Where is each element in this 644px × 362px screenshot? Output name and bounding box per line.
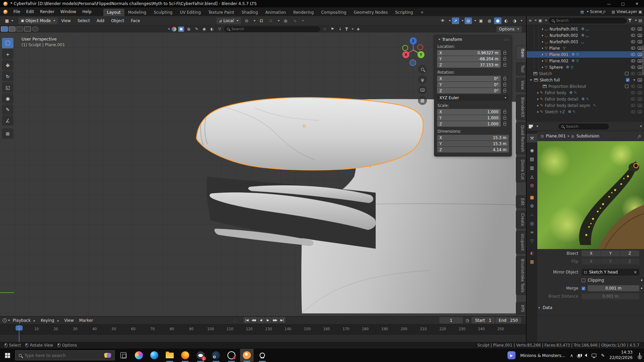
properties-search-box[interactable] <box>558 124 609 129</box>
frame-start-field[interactable]: Start 1 <box>472 317 494 323</box>
outliner-row[interactable]: ◡NurbsPath.002⚙◡ <box>527 32 644 39</box>
workspace-tab-shading[interactable]: Shading <box>238 9 262 16</box>
tab-ucupaint[interactable]: Ucupaint <box>516 231 526 253</box>
outliner-row-selected[interactable]: ▽Plane.001⚙▽ <box>527 51 644 58</box>
hide-eye-icon[interactable] <box>631 59 635 62</box>
kit-brushes-icon[interactable]: ✎ <box>194 26 200 32</box>
decorator-dot[interactable] <box>641 288 642 289</box>
assetbar-collapse-chevron[interactable] <box>168 28 170 30</box>
tab-scene-properties[interactable]: ◬ <box>527 172 537 181</box>
select-mode-tweak[interactable] <box>1 26 8 32</box>
frame-end-field[interactable]: End 250 <box>495 317 521 323</box>
hide-eye-icon[interactable] <box>631 98 635 101</box>
shading-wireframe-icon[interactable]: ◍ <box>486 17 493 24</box>
workspace-tab-geometry-nodes[interactable]: Geometry Nodes <box>350 9 391 16</box>
kit-scenes-icon[interactable]: ◉ <box>201 26 207 32</box>
rotation-y-field[interactable]: Y0° <box>437 82 501 87</box>
show-overlays-toggle[interactable]: ◎ <box>465 17 472 24</box>
select-mode-circle[interactable] <box>16 26 23 32</box>
lock-icon[interactable] <box>503 111 506 114</box>
tool-transform[interactable]: ◉ <box>2 93 13 104</box>
pin-scene-icon[interactable] <box>603 10 606 13</box>
timeline-menu-playback[interactable]: Playback <box>10 317 38 323</box>
render-camera-icon[interactable] <box>638 34 642 37</box>
data-panel-row[interactable]: Data <box>537 304 644 311</box>
media-player-icon[interactable]: ▶ <box>507 351 516 359</box>
snap-magnet-icon[interactable]: Ω <box>258 17 265 24</box>
rotation-mode-dropdown[interactable]: XYZ Euler <box>437 95 509 101</box>
location-y-field[interactable]: Y-68.204 m <box>437 56 501 62</box>
app-copilot[interactable] <box>132 349 146 362</box>
app-edge[interactable] <box>148 349 161 362</box>
outliner-row[interactable]: ▽Plane.002⚙▽ <box>527 58 644 64</box>
scene-name[interactable]: Scene <box>590 9 602 14</box>
tool-scale[interactable]: ◱ <box>2 82 13 93</box>
dimensions-y-field[interactable]: Y15.3 m <box>437 141 509 146</box>
clipping-checkbox[interactable] <box>582 279 585 282</box>
render-camera-icon[interactable] <box>638 47 642 50</box>
timeline-editor-icon[interactable] <box>3 318 7 322</box>
location-x-field[interactable]: X0.96327 m <box>437 50 501 56</box>
scene-browse-icon[interactable]: ▤ <box>580 10 584 14</box>
filter-funnel-icon[interactable] <box>345 27 348 31</box>
outliner-row[interactable]: Sketch <box>527 70 644 77</box>
outliner-filter-icon[interactable] <box>628 19 632 22</box>
outliner-row[interactable]: ✎Sketch +Z⚙✎ <box>527 109 644 115</box>
view-layer-icon[interactable]: ▥ <box>611 10 615 14</box>
properties-search-input[interactable] <box>566 124 606 129</box>
workspace-tab-modeling[interactable]: Modeling <box>124 9 150 16</box>
decorator-dot[interactable] <box>641 280 642 281</box>
menu-help[interactable]: Help <box>79 8 94 15</box>
timeline-ruler[interactable]: 1 10203040506070809010011012013014015016… <box>0 324 526 335</box>
outliner-row[interactable]: Proportion Blockout <box>527 83 644 89</box>
view-layer-name[interactable]: ViewLayer <box>616 9 637 14</box>
render-camera-icon[interactable] <box>638 59 642 62</box>
media-title[interactable]: Minions & Monsters... <box>520 353 565 358</box>
bisect-x-button[interactable]: X <box>582 250 601 256</box>
tool-measure[interactable]: ∠ <box>2 115 13 126</box>
start-button[interactable] <box>5 353 10 358</box>
hide-eye-icon[interactable] <box>631 72 635 75</box>
workspace-tab-animation[interactable]: Animation <box>262 9 289 16</box>
outliner-row[interactable]: ◡NurbsPath.003◡ <box>527 39 644 45</box>
tool-move[interactable]: ↔↕ <box>2 60 13 70</box>
render-camera-icon[interactable] <box>638 78 642 81</box>
app-pureref[interactable] <box>256 349 269 362</box>
hide-eye-icon[interactable] <box>631 34 635 37</box>
mirror-object-field[interactable]: ⊡ Sketch Y head × <box>582 269 639 276</box>
location-z-field[interactable]: Z37.153 m <box>437 62 501 68</box>
render-camera-icon[interactable] <box>638 66 642 69</box>
outliner-scrollbar[interactable] <box>642 45 644 75</box>
object-visibility-dropdown[interactable]: 👁 <box>439 17 446 24</box>
notification-center[interactable]: 1 <box>639 353 640 358</box>
hide-eye-icon[interactable] <box>631 47 635 50</box>
tab-material-properties[interactable]: ◐ <box>527 248 537 257</box>
workspace-tab-compositing[interactable]: Compositing <box>317 9 350 16</box>
timeline-menu-keying[interactable]: Keying <box>38 317 61 323</box>
taskbar-search-box[interactable] <box>15 350 115 360</box>
kit-dots-icon[interactable]: ∷ <box>322 26 328 32</box>
panel-collapse-chevron[interactable] <box>438 39 440 40</box>
tab-divine-cut[interactable]: Divine Cut <box>516 157 526 182</box>
breadcrumb-modifier[interactable]: Subdivision <box>576 134 599 138</box>
snap-target-dropdown[interactable]: ∷ <box>267 17 274 24</box>
hide-eye-icon[interactable] <box>631 40 635 43</box>
shading-material-icon[interactable]: ◐ <box>502 17 510 24</box>
workspace-tab-texture-paint[interactable]: Texture Paint <box>205 9 238 16</box>
app-firefox[interactable] <box>178 349 192 362</box>
navigation-gizmo[interactable]: Z X Y <box>401 36 426 67</box>
app-steam[interactable] <box>209 349 223 362</box>
verified-badge-icon[interactable]: ◈ <box>355 26 361 32</box>
tab-item[interactable]: Item <box>516 46 526 60</box>
close-button[interactable]: ✕ <box>630 0 644 7</box>
taskbar-search-input[interactable] <box>24 353 92 358</box>
scale-x-field[interactable]: X1.000 <box>437 109 501 115</box>
tool-rotate[interactable]: ↻ <box>2 71 13 81</box>
import-icon[interactable]: ↓ <box>337 26 343 32</box>
editor-type-dropdown[interactable]: ▦ <box>3 17 16 24</box>
speaker-icon[interactable] <box>585 354 587 357</box>
bisect-distance-field[interactable]: 0.001 m <box>582 293 639 299</box>
bisect-y-button[interactable]: Y <box>601 250 620 256</box>
hide-eye-icon[interactable] <box>631 53 635 56</box>
menu-select[interactable]: Select <box>74 17 93 24</box>
